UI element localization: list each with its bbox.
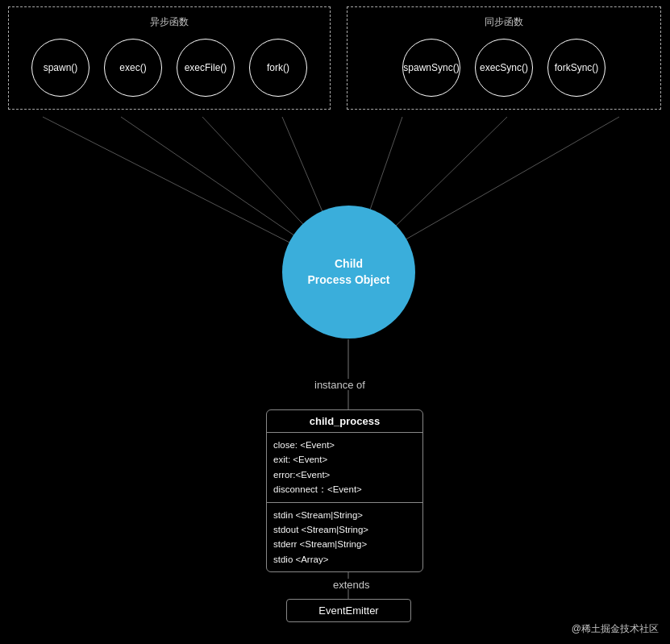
child-process-box: child_process close: <Event> exit: <Even… xyxy=(266,409,423,572)
child-process-streams: stdin <Stream|String> stdout <Stream|Str… xyxy=(267,503,422,572)
event-disconnect: disconnect：<Event> xyxy=(273,482,416,497)
async-section-label: 异步函数 xyxy=(21,15,318,29)
center-circle-line2: Process Object xyxy=(308,272,390,289)
async-section: 异步函数 spawn() exec() execFile() fork() xyxy=(8,6,331,110)
child-process-title: child_process xyxy=(267,410,422,433)
execfile-node: execFile() xyxy=(177,39,235,97)
exec-node: exec() xyxy=(104,39,162,97)
sync-section: 同步函数 spawnSync() execSync() forkSync() xyxy=(347,6,661,110)
event-exit: exit: <Event> xyxy=(273,452,416,467)
stream-stdin: stdin <Stream|String> xyxy=(273,508,416,522)
child-process-object-circle: Child Process Object xyxy=(282,206,415,339)
diagram-container: 异步函数 spawn() exec() execFile() fork() 同步… xyxy=(0,0,670,644)
child-process-events: close: <Event> exit: <Event> error:<Even… xyxy=(267,433,422,503)
async-circles-row: spawn() exec() execFile() fork() xyxy=(21,39,318,97)
stream-stderr: stderr <Stream|String> xyxy=(273,537,416,551)
event-close: close: <Event> xyxy=(273,438,416,452)
spawnsync-node: spawnSync() xyxy=(402,39,460,97)
spawn-node: spawn() xyxy=(31,39,89,97)
event-emitter-box: EventEmitter xyxy=(286,599,411,622)
sync-circles-row: spawnSync() execSync() forkSync() xyxy=(360,39,648,97)
fork-node: fork() xyxy=(249,39,307,97)
instance-of-label: instance of xyxy=(314,379,365,391)
extends-label: extends xyxy=(333,579,370,591)
watermark: @稀土掘金技术社区 xyxy=(572,622,659,636)
sync-section-label: 同步函数 xyxy=(360,15,648,29)
execsync-node: execSync() xyxy=(475,39,533,97)
forksync-node: forkSync() xyxy=(547,39,605,97)
stream-stdout: stdout <Stream|String> xyxy=(273,522,416,537)
stream-stdio: stdio <Array> xyxy=(273,552,416,567)
center-circle-line1: Child xyxy=(335,256,363,272)
event-error: error:<Event> xyxy=(273,467,416,482)
